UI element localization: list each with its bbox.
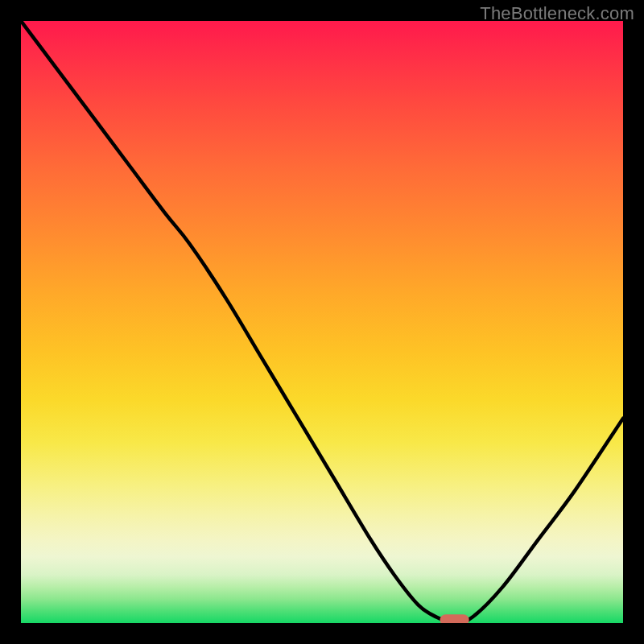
watermark-text: TheBottleneck.com: [480, 3, 634, 24]
optimum-marker: [440, 614, 469, 623]
plot-area: [21, 21, 623, 623]
chart-frame: TheBottleneck.com: [0, 0, 644, 644]
bottleneck-curve: [21, 21, 623, 623]
curve-layer: [21, 21, 623, 623]
